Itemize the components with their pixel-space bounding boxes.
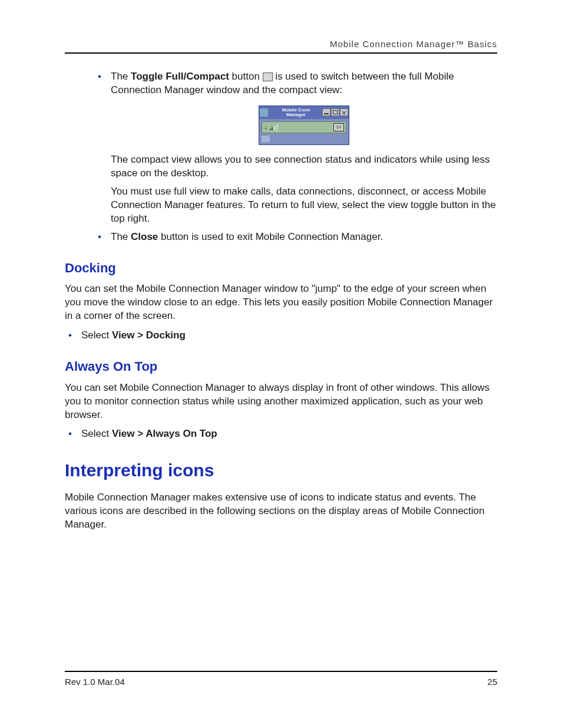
bullet-close-button: The Close button is used to exit Mobile …: [94, 230, 497, 244]
bullet-ontop-select: Select View > Always On Top: [65, 427, 497, 441]
footer-rule: [65, 671, 497, 672]
close-icon[interactable]: [340, 108, 348, 116]
signal-bars-icon: [270, 124, 278, 130]
always-on-top-paragraph: You can set Mobile Connection Manager to…: [65, 381, 497, 422]
text: The: [111, 71, 131, 82]
footer: Rev 1.0 Mar.04 25: [65, 671, 497, 687]
page-number: 25: [487, 677, 497, 687]
minimize-icon[interactable]: [322, 108, 330, 116]
bullet-docking-select: Select View > Docking: [65, 329, 497, 342]
status-strip: ⟂ 1X: [262, 121, 346, 133]
body-strip: [262, 136, 270, 142]
toggle-full-compact-icon: [263, 73, 273, 81]
close-label: Close: [131, 231, 158, 242]
text: button: [229, 71, 263, 82]
window-controls: [322, 108, 348, 116]
app-titlebar: Mobile Conn Manager: [259, 106, 349, 119]
menu-path-docking: View > Docking: [112, 330, 186, 341]
bullet-toggle-full-compact: The Toggle Full/Compact button is used t…: [94, 70, 497, 226]
header-rule: [65, 52, 497, 54]
running-header: Mobile Connection Manager™ Basics: [65, 35, 497, 52]
content-area: The Toggle Full/Compact button is used t…: [94, 70, 497, 532]
app-title: Mobile Conn Manager: [270, 108, 322, 117]
docking-paragraph: You can set the Mobile Connection Manage…: [65, 282, 497, 323]
text: button is used to exit Mobile Connection…: [158, 231, 383, 242]
heading-docking: Docking: [65, 259, 497, 277]
app-body: ⟂ 1X: [259, 119, 349, 144]
toggle-view-icon[interactable]: [331, 108, 339, 116]
revision-text: Rev 1.0 Mar.04: [65, 677, 125, 687]
bullet-list-docking: Select View > Docking: [65, 329, 497, 342]
bullet-list-ontop: Select View > Always On Top: [65, 427, 497, 441]
interpreting-icons-paragraph: Mobile Connection Manager makes extensiv…: [65, 491, 497, 532]
app-title-line2: Manager: [286, 112, 306, 117]
antenna-icon: ⟂: [264, 124, 269, 131]
app-logo-icon: [260, 108, 268, 117]
toggle-label: Toggle Full/Compact: [131, 71, 229, 82]
compact-description: The compact view allows you to see conne…: [111, 153, 497, 180]
text: The: [111, 231, 131, 242]
footer-row: Rev 1.0 Mar.04 25: [65, 677, 497, 687]
page: Mobile Connection Manager™ Basics The To…: [0, 0, 562, 728]
fullview-note: You must use full view to make calls, da…: [111, 185, 497, 226]
bullet-list-1: The Toggle Full/Compact button is used t…: [94, 70, 497, 244]
app-window-compact: Mobile Conn Manager: [259, 106, 349, 145]
heading-interpreting-icons: Interpreting icons: [65, 459, 497, 483]
text: Select: [81, 330, 112, 341]
heading-always-on-top: Always On Top: [65, 358, 497, 375]
compact-view-screenshot: Mobile Conn Manager: [111, 106, 497, 145]
network-mode-indicator: 1X: [333, 123, 344, 131]
text: Select: [81, 428, 112, 439]
menu-path-ontop: View > Always On Top: [112, 428, 217, 439]
